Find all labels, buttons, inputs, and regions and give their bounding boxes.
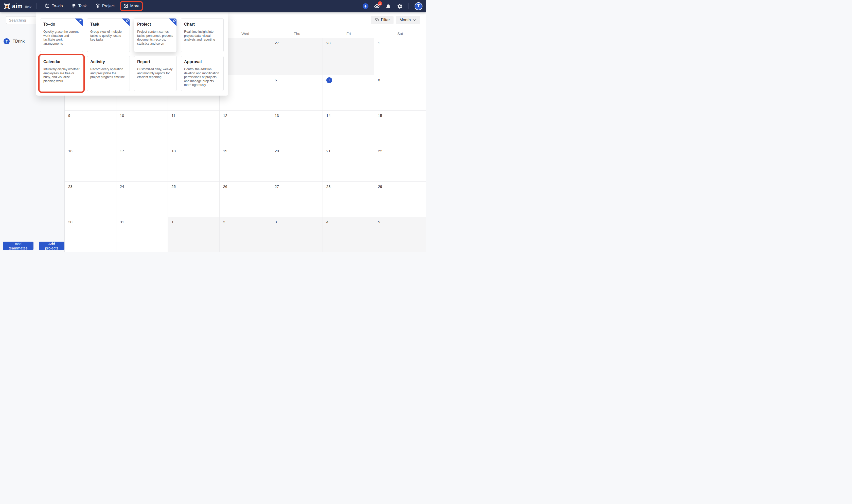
calendar-cell[interactable]: 12 (220, 110, 271, 146)
calendar-cell[interactable]: 23 (65, 181, 116, 217)
logo-text: aim (12, 3, 22, 10)
day-number: 23 (68, 184, 73, 188)
nav-item-project[interactable]: Project (93, 0, 117, 12)
calendar-cell[interactable]: 18 (168, 146, 220, 181)
calendar-cell[interactable]: 9 (65, 110, 116, 146)
menu-card-description: Quickly grasp the current work situation… (43, 30, 79, 46)
calendar-cell[interactable]: 6 (271, 75, 323, 110)
calendar-cell[interactable]: 30 (65, 217, 116, 252)
day-header-fri: Fri (323, 32, 375, 36)
day-number: 11 (171, 113, 176, 118)
calendar-cell[interactable]: 10 (116, 110, 168, 146)
day-header-thu: Thu (271, 32, 323, 36)
view-mode-label: Month (400, 18, 411, 22)
calendar-cell[interactable]: 3 (271, 217, 323, 252)
menu-card-description: Customized daily, weekly and monthly rep… (137, 68, 174, 79)
calendar-cell[interactable]: 1 (374, 38, 426, 75)
calendar-cell[interactable]: 20 (271, 146, 323, 181)
calendar-cell[interactable]: 26 (220, 181, 271, 217)
calendar-cell[interactable]: 11 (168, 110, 220, 146)
teammate-row[interactable]: T TDrink (3, 38, 24, 44)
teammate-avatar: T (3, 38, 10, 44)
day-number: 1 (378, 41, 380, 45)
menu-card-title: Chart (184, 22, 220, 26)
day-number: 30 (68, 220, 73, 224)
calendar-cell[interactable]: 5 (374, 217, 426, 252)
menu-card-approval[interactable]: ApprovalControl the addition, deletion a… (181, 56, 224, 91)
gear-icon (397, 3, 403, 9)
day-number: 21 (326, 149, 331, 153)
calendar-cell[interactable]: 27 (271, 181, 323, 217)
day-number: 29 (378, 184, 382, 188)
calendar-cell[interactable]: 22 (374, 146, 426, 181)
day-number: 24 (120, 184, 124, 188)
calendar-cell[interactable]: 4 (323, 217, 375, 252)
nav-item-task[interactable]: Task (69, 0, 89, 12)
menu-card-title: Approval (184, 59, 220, 64)
menu-card-title: Activity (90, 59, 127, 64)
calendar-cell[interactable]: 27 (271, 38, 323, 75)
today-badge: T (326, 77, 332, 83)
view-mode-select[interactable]: Month (396, 16, 420, 24)
menu-card-activity[interactable]: ActivityRecord every operation and preci… (87, 56, 130, 91)
calendar-cell[interactable]: 16 (65, 146, 116, 181)
calendar-cell[interactable]: 14 (323, 110, 375, 146)
calendar-cell[interactable]: 21 (323, 146, 375, 181)
day-number: 4 (326, 220, 328, 224)
nav-item-label: Task (78, 4, 87, 8)
calendar-cell[interactable]: 31 (116, 217, 168, 252)
nav-item-label: To–do (52, 4, 63, 8)
calendar-cell[interactable]: 2 (220, 217, 271, 252)
day-number: 28 (326, 184, 331, 188)
menu-card-report[interactable]: ReportCustomized daily, weekly and month… (134, 56, 177, 91)
calendar-cell[interactable]: 13 (271, 110, 323, 146)
menu-card-description: Group view of multiple tasks to quickly … (90, 30, 127, 42)
more-icon (123, 3, 128, 9)
chevron-down-icon (413, 18, 416, 22)
menu-card-calendar[interactable]: CalendarIntuitively display whether empl… (40, 56, 83, 91)
day-number: 22 (378, 149, 382, 153)
calendar-cell[interactable]: 15 (374, 110, 426, 146)
day-number: 3 (275, 220, 277, 224)
day-number: 31 (120, 220, 124, 224)
settings-button[interactable] (397, 3, 403, 9)
menu-card-title: To–do (43, 22, 79, 26)
day-number: 27 (275, 184, 279, 188)
sync-button[interactable]: 2 (374, 3, 380, 9)
menu-card-project[interactable]: ProjectProject content carries tasks, pe… (134, 18, 177, 52)
calendar-cell[interactable]: 8 (374, 75, 426, 110)
app-logo[interactable]: aim .link (3, 3, 32, 10)
calendar-cell[interactable]: 19 (220, 146, 271, 181)
notifications-button[interactable] (385, 3, 391, 9)
calendar-cell[interactable]: T (323, 75, 375, 110)
nav-right-divider (409, 3, 409, 9)
day-number: 19 (223, 149, 228, 153)
menu-card-title: Report (137, 59, 174, 64)
calendar-cell[interactable]: 28 (323, 181, 375, 217)
aim-logo-icon (3, 3, 11, 10)
calendar-cell[interactable]: 28 (323, 38, 375, 75)
day-number: 1 (171, 220, 174, 224)
menu-card-to-do[interactable]: To–doQuickly grasp the current work situ… (40, 18, 83, 52)
calendar-cell[interactable]: 25 (168, 181, 220, 217)
nav-item-more[interactable]: More (121, 0, 142, 12)
add-teammates-button[interactable]: Add teammates (3, 241, 34, 250)
menu-card-chart[interactable]: ChartReal time insight into project data… (181, 18, 224, 52)
nav-item-to-do[interactable]: To–do (42, 0, 66, 12)
day-number: 13 (275, 113, 279, 118)
day-number: 27 (275, 41, 279, 45)
day-number: 14 (326, 113, 331, 118)
calendar-cell[interactable]: 24 (116, 181, 168, 217)
calendar-cell[interactable]: 17 (116, 146, 168, 181)
teammate-name: TDrink (13, 39, 24, 43)
calendar-cell[interactable]: 1 (168, 217, 220, 252)
filter-button[interactable]: Filter (371, 16, 394, 24)
add-projects-button[interactable]: Add projects (39, 241, 65, 250)
calendar-cell[interactable]: 29 (374, 181, 426, 217)
create-button[interactable] (363, 3, 368, 9)
menu-card-task[interactable]: TaskGroup view of multiple tasks to quic… (87, 18, 130, 52)
day-number: 25 (171, 184, 176, 188)
user-avatar[interactable]: T (415, 2, 422, 10)
plus-icon (364, 4, 367, 8)
day-number: 16 (68, 149, 73, 153)
